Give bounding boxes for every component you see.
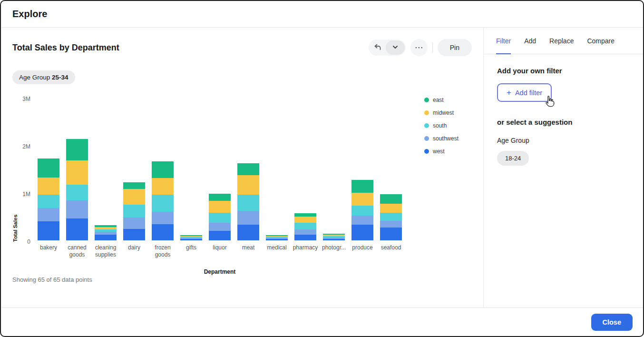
segment-midwest[interactable]: [294, 217, 316, 223]
segment-midwest[interactable]: [38, 178, 59, 195]
segment-west[interactable]: [123, 229, 145, 240]
segment-south[interactable]: [380, 213, 402, 221]
filter-panel: Filter Add Replace Compare Add your own …: [483, 28, 643, 307]
segment-southwest[interactable]: [380, 221, 402, 228]
segment-west[interactable]: [66, 218, 88, 240]
segment-midwest[interactable]: [237, 175, 259, 195]
close-button[interactable]: Close: [591, 314, 633, 331]
bar-produce[interactable]: [349, 98, 376, 240]
bar-dairy[interactable]: [121, 98, 147, 240]
tab-add[interactable]: Add: [524, 28, 536, 54]
bar-cleaning-supplies[interactable]: [92, 98, 119, 240]
undo-history-dropdown-button[interactable]: [386, 40, 405, 55]
bar-stack: [323, 234, 345, 240]
bar-canned-goods[interactable]: [64, 98, 90, 240]
segment-west[interactable]: [180, 239, 202, 240]
segment-east[interactable]: [294, 213, 316, 217]
segment-west[interactable]: [351, 225, 373, 240]
segment-west[interactable]: [294, 235, 316, 240]
segment-southwest[interactable]: [152, 212, 174, 224]
segment-southwest[interactable]: [209, 223, 231, 231]
undo-button[interactable]: [370, 40, 386, 55]
bar-stack: [266, 235, 288, 240]
filter-chip-value: 25-34: [52, 74, 68, 81]
legend-item-east[interactable]: east: [424, 97, 459, 103]
bar-stack: [95, 225, 117, 240]
segment-southwest[interactable]: [237, 211, 259, 225]
segment-west[interactable]: [237, 225, 259, 240]
legend-item-south[interactable]: south: [424, 122, 459, 129]
segment-east[interactable]: [38, 159, 59, 178]
bars-block: bakerycanned goodscleaning suppliesdairy…: [35, 98, 404, 275]
segment-west[interactable]: [323, 239, 345, 240]
modal-header: Explore: [1, 1, 643, 28]
segment-east[interactable]: [123, 182, 145, 189]
segment-south[interactable]: [66, 185, 88, 200]
applied-filters-row: Age Group 25-34: [12, 70, 472, 84]
segment-west[interactable]: [266, 239, 288, 240]
segment-west[interactable]: [380, 228, 402, 240]
filter-chip-age-group[interactable]: Age Group 25-34: [12, 70, 75, 84]
add-filter-button[interactable]: + Add filter: [497, 83, 552, 102]
segment-east[interactable]: [66, 139, 88, 160]
tab-compare[interactable]: Compare: [587, 28, 615, 54]
segment-west[interactable]: [209, 231, 231, 240]
tab-replace[interactable]: Replace: [549, 28, 574, 54]
segment-midwest[interactable]: [123, 189, 145, 205]
more-options-button[interactable]: ⋯: [410, 39, 428, 56]
segment-east[interactable]: [380, 194, 402, 204]
segment-west[interactable]: [38, 221, 59, 240]
segment-south[interactable]: [209, 213, 231, 223]
segment-midwest[interactable]: [351, 193, 373, 206]
legend-item-southwest[interactable]: southwest: [424, 135, 459, 142]
chart-legend: eastmidwestsouthsouthwestwest: [424, 97, 459, 161]
bar-liquor[interactable]: [206, 98, 233, 240]
segment-south[interactable]: [237, 195, 259, 211]
bar-medical[interactable]: [263, 98, 290, 240]
segment-east[interactable]: [237, 163, 259, 175]
chevron-down-icon: [392, 44, 399, 52]
undo-arrow-icon: [373, 43, 382, 53]
panel-tabs: Filter Add Replace Compare: [484, 28, 643, 54]
segment-east[interactable]: [351, 180, 373, 193]
bar-bakery[interactable]: [35, 98, 62, 240]
segment-south[interactable]: [123, 205, 145, 218]
bar-stack: [237, 163, 259, 240]
x-tick-label: frozen goods: [149, 244, 176, 259]
segment-west[interactable]: [152, 224, 174, 240]
segment-west[interactable]: [95, 235, 117, 240]
chart-pane: Total Sales by Department: [1, 28, 483, 307]
segment-southwest[interactable]: [123, 218, 145, 229]
bar-photogr[interactable]: [321, 98, 347, 240]
segment-southwest[interactable]: [38, 208, 59, 221]
legend-item-west[interactable]: west: [424, 148, 459, 155]
segment-midwest[interactable]: [380, 204, 402, 213]
segment-south[interactable]: [351, 206, 373, 216]
segment-midwest[interactable]: [209, 201, 231, 213]
suggestion-group-label: Age Group: [497, 137, 630, 144]
suggestion-chip-18-24[interactable]: 18-24: [497, 151, 529, 166]
bar-frozen-goods[interactable]: [149, 98, 176, 240]
bar-stack: [294, 213, 316, 240]
bar-seafood[interactable]: [378, 98, 404, 240]
ellipsis-icon: ⋯: [415, 43, 423, 52]
modal-footer: Close: [1, 307, 643, 336]
bar-pharmacy[interactable]: [292, 98, 319, 240]
pin-button[interactable]: Pin: [438, 39, 472, 56]
bar-meat[interactable]: [235, 98, 262, 240]
segment-east[interactable]: [209, 194, 231, 201]
segment-south[interactable]: [294, 223, 316, 229]
segment-south[interactable]: [152, 195, 174, 212]
bar-gifts[interactable]: [178, 98, 205, 240]
segment-midwest[interactable]: [152, 178, 174, 195]
segment-south[interactable]: [38, 195, 59, 208]
segment-east[interactable]: [152, 161, 174, 178]
segment-midwest[interactable]: [66, 160, 88, 185]
segment-southwest[interactable]: [351, 216, 373, 225]
legend-dot: [424, 98, 429, 102]
undo-button-group: [369, 40, 406, 56]
tab-filter[interactable]: Filter: [496, 28, 511, 54]
segment-southwest[interactable]: [294, 229, 316, 235]
legend-item-midwest[interactable]: midwest: [424, 109, 459, 116]
segment-southwest[interactable]: [66, 200, 88, 218]
